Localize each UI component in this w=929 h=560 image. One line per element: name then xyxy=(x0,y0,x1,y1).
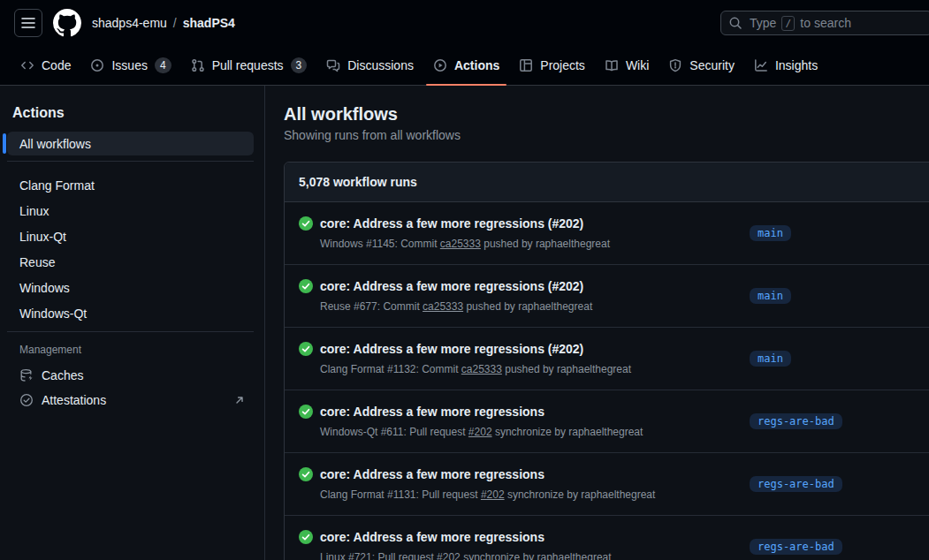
run-title-link[interactable]: core: Address a few more regressions xyxy=(320,403,750,420)
sidebar-item-attestations[interactable]: Attestations xyxy=(7,388,254,412)
branch-badge[interactable]: regs-are-bad xyxy=(750,539,842,555)
tab-actions[interactable]: Actions xyxy=(426,46,506,85)
branch-badge[interactable]: main xyxy=(750,351,791,367)
tab-security-label: Security xyxy=(689,58,735,72)
external-link-icon xyxy=(234,395,245,405)
run-desc-suffix: synchronize by raphaelthegreat xyxy=(492,426,643,438)
sidebar-item-linux-qt[interactable]: Linux-Qt xyxy=(7,223,254,249)
github-logo-icon[interactable] xyxy=(53,9,81,37)
sidebar-item-linux[interactable]: Linux xyxy=(7,198,254,223)
success-check-icon xyxy=(299,405,313,419)
page-title: All workflows xyxy=(284,103,929,125)
run-text: core: Address a few more regressions (#2… xyxy=(320,277,750,314)
pull-request-link[interactable]: #202 xyxy=(468,426,492,438)
run-desc-suffix: pushed by raphaelthegreat xyxy=(502,363,631,375)
search-input[interactable]: Type / to search xyxy=(720,11,929,35)
cache-database-icon xyxy=(19,368,34,382)
runs-list: core: Address a few more regressions (#2… xyxy=(285,202,929,560)
sidebar-heading: Actions xyxy=(12,105,254,121)
success-check-icon xyxy=(299,342,313,356)
breadcrumb-repo-link[interactable]: shadPS4 xyxy=(183,16,235,30)
run-desc-suffix: synchronize by raphaelthegreat xyxy=(505,488,656,501)
discussions-icon xyxy=(326,58,340,72)
sidebar-divider xyxy=(7,161,254,162)
tab-wiki[interactable]: Wiki xyxy=(598,46,656,85)
success-check-icon xyxy=(299,530,313,544)
run-row[interactable]: core: Address a few more regressions (#2… xyxy=(285,264,929,327)
sidebar-item-windows-qt[interactable]: Windows-Qt xyxy=(7,300,254,326)
tab-discussions-label: Discussions xyxy=(347,58,414,72)
sidebar-item-caches[interactable]: Caches xyxy=(7,363,254,388)
run-desc-suffix: pushed by raphaelthegreat xyxy=(481,238,610,250)
search-icon xyxy=(728,16,742,30)
run-text: core: Address a few more regressions Win… xyxy=(320,403,750,440)
tab-insights[interactable]: Insights xyxy=(747,46,825,85)
run-title-link[interactable]: core: Address a few more regressions (#2… xyxy=(320,340,750,358)
sidebar-item-clang-format[interactable]: Clang Format xyxy=(7,172,254,198)
commit-link[interactable]: ca25333 xyxy=(461,363,502,375)
branch-badge[interactable]: main xyxy=(750,225,791,241)
page-content: Actions All workflows Clang Format Linux… xyxy=(0,86,929,560)
tab-discussions[interactable]: Discussions xyxy=(319,46,421,85)
search-placeholder: Type / to search xyxy=(750,16,851,31)
run-title-link[interactable]: core: Address a few more regressions (#2… xyxy=(320,215,750,232)
sidebar-item-windows[interactable]: Windows xyxy=(7,275,254,300)
tab-code-label: Code xyxy=(42,58,71,72)
pull-request-link[interactable]: #202 xyxy=(481,488,505,501)
run-row[interactable]: core: Address a few more regressions Cla… xyxy=(285,452,929,515)
run-desc-prefix: Linux #721: Pull request xyxy=(320,551,437,560)
branch-badge[interactable]: regs-are-bad xyxy=(750,476,842,492)
shield-icon xyxy=(668,58,682,72)
commit-link[interactable]: ca25333 xyxy=(423,300,463,313)
run-description: Windows-Qt #611: Pull request #202 synch… xyxy=(320,424,750,440)
commit-link[interactable]: ca25333 xyxy=(440,238,481,250)
tab-code[interactable]: Code xyxy=(13,46,78,85)
page-subtitle: Showing runs from all workflows xyxy=(284,128,929,142)
tab-projects[interactable]: Projects xyxy=(512,46,592,85)
sidebar-divider xyxy=(7,331,254,332)
code-icon xyxy=(20,58,34,72)
workflow-list: Clang Format Linux Linux-Qt Reuse Window… xyxy=(7,172,254,326)
success-check-icon xyxy=(299,279,313,293)
run-desc-prefix: Windows #1145: Commit xyxy=(320,238,440,250)
run-row[interactable]: core: Address a few more regressions (#2… xyxy=(285,327,929,390)
hamburger-menu-button[interactable] xyxy=(14,9,42,37)
pull-request-link[interactable]: #202 xyxy=(437,551,461,560)
success-check-icon xyxy=(299,216,313,231)
run-title-link[interactable]: core: Address a few more regressions (#2… xyxy=(320,277,750,295)
branch-badge[interactable]: regs-are-bad xyxy=(750,413,842,429)
run-row[interactable]: core: Address a few more regressions (#2… xyxy=(285,202,929,264)
tab-projects-label: Projects xyxy=(540,58,585,72)
breadcrumb-separator: / xyxy=(173,16,177,30)
run-text: core: Address a few more regressions Cla… xyxy=(320,465,750,503)
actions-sidebar: Actions All workflows Clang Format Linux… xyxy=(0,86,265,560)
sidebar-item-all-workflows[interactable]: All workflows xyxy=(7,132,254,155)
sidebar-item-all-workflows-label: All workflows xyxy=(19,137,91,151)
run-desc-prefix: Clang Format #1131: Pull request xyxy=(320,488,481,501)
run-row[interactable]: core: Address a few more regressions Win… xyxy=(285,390,929,452)
run-desc-suffix: pushed by raphaelthegreat xyxy=(463,300,592,313)
tab-insights-label: Insights xyxy=(775,58,818,72)
repo-tab-nav: Code Issues 4 Pull requests 3 Discussion… xyxy=(0,46,929,86)
management-section-label: Management xyxy=(19,344,254,356)
tab-security[interactable]: Security xyxy=(661,46,742,85)
run-title-link[interactable]: core: Address a few more regressions xyxy=(320,465,750,483)
search-placeholder-post: to search xyxy=(800,16,851,30)
sidebar-item-reuse[interactable]: Reuse xyxy=(7,249,254,275)
graph-icon xyxy=(754,58,768,72)
breadcrumb-owner-link[interactable]: shadps4-emu xyxy=(92,16,167,30)
global-header: shadps4-emu / shadPS4 Type / to search xyxy=(0,0,929,46)
tab-issues[interactable]: Issues 4 xyxy=(83,46,178,85)
branch-badge[interactable]: main xyxy=(750,288,791,304)
tab-pull-requests-label: Pull requests xyxy=(212,58,284,72)
tab-pull-requests[interactable]: Pull requests 3 xyxy=(184,46,315,85)
run-description: Reuse #677: Commit ca25333 pushed by rap… xyxy=(320,299,750,314)
verified-check-icon xyxy=(19,393,34,407)
success-check-icon xyxy=(299,467,313,481)
runs-count-header: 5,078 workflow runs xyxy=(285,163,929,202)
run-title-link[interactable]: core: Address a few more regressions xyxy=(320,528,750,546)
run-description: Clang Format #1132: Commit ca25333 pushe… xyxy=(320,361,750,377)
tab-actions-label: Actions xyxy=(454,58,499,72)
tab-wiki-label: Wiki xyxy=(626,58,649,72)
run-row[interactable]: core: Address a few more regressions Lin… xyxy=(285,515,929,560)
